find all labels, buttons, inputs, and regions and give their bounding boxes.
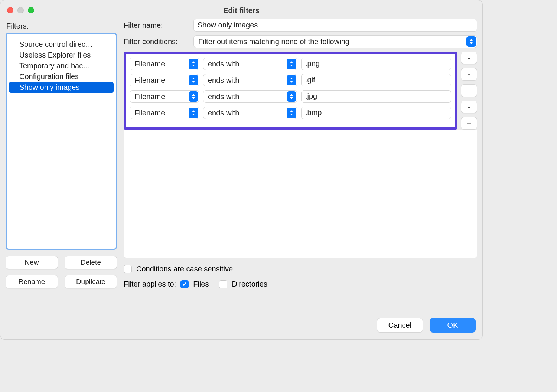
minimize-window-button[interactable]: [17, 7, 24, 13]
condition-operator-select[interactable]: ends with: [203, 90, 297, 103]
condition-field-select[interactable]: Filename: [130, 90, 199, 103]
conditions-container: Filename ends with .png Filename: [124, 52, 457, 130]
condition-operator-value: ends with: [208, 92, 240, 101]
remove-condition-button[interactable]: -: [461, 52, 477, 64]
add-condition-button[interactable]: +: [461, 117, 477, 130]
directories-label: Directories: [232, 280, 267, 288]
condition-value-input[interactable]: .jpg: [301, 90, 451, 103]
condition-value-input[interactable]: .bmp: [301, 107, 451, 119]
updown-icon: [287, 91, 296, 102]
updown-icon: [189, 108, 198, 118]
condition-row: Filename ends with .jpg: [130, 90, 451, 103]
condition-field-select[interactable]: Filename: [130, 74, 199, 86]
filters-listbox[interactable]: Source control direc… Useless Explorer f…: [6, 33, 117, 250]
updown-icon: [287, 75, 296, 85]
window-title: Edit filters: [6, 5, 476, 15]
updown-icon: [287, 108, 296, 118]
condition-value-input[interactable]: .png: [301, 58, 451, 70]
files-checkbox[interactable]: [180, 280, 189, 288]
case-sensitive-label: Conditions are case sensitive: [136, 265, 233, 273]
condition-row: Filename ends with .bmp: [130, 107, 451, 119]
filter-conditions-label: Filter conditions:: [124, 37, 190, 46]
directories-checkbox[interactable]: [219, 280, 227, 288]
condition-operator-select[interactable]: ends with: [203, 74, 297, 86]
updown-icon: [189, 91, 198, 102]
case-sensitive-checkbox[interactable]: [124, 265, 132, 273]
condition-operator-value: ends with: [208, 76, 240, 85]
filter-conditions-mode-value: Filter out items matching none of the fo…: [198, 37, 349, 46]
filters-label: Filters:: [6, 22, 117, 30]
rename-button[interactable]: Rename: [6, 275, 58, 288]
updown-icon: [189, 75, 198, 85]
ok-button[interactable]: OK: [430, 318, 476, 333]
conditions-empty-area: [124, 130, 477, 258]
filter-item[interactable]: Configuration files: [7, 71, 116, 82]
cancel-button[interactable]: Cancel: [377, 318, 423, 333]
condition-field-value: Filename: [134, 92, 165, 101]
updown-icon: [189, 59, 198, 69]
updown-icon: [466, 36, 476, 47]
filter-item[interactable]: Source control direc…: [7, 39, 116, 50]
condition-field-select[interactable]: Filename: [130, 58, 199, 70]
zoom-window-button[interactable]: [28, 7, 34, 13]
condition-field-value: Filename: [134, 109, 165, 117]
remove-condition-button[interactable]: -: [461, 68, 477, 81]
filter-item[interactable]: Temporary and bac…: [7, 61, 116, 71]
filter-conditions-mode-select[interactable]: Filter out items matching none of the fo…: [193, 35, 477, 48]
applies-to-label: Filter applies to:: [124, 280, 176, 288]
condition-field-select[interactable]: Filename: [130, 107, 199, 119]
duplicate-button[interactable]: Duplicate: [65, 275, 117, 288]
condition-row: Filename ends with .png: [130, 58, 451, 70]
updown-icon: [287, 59, 296, 69]
close-window-button[interactable]: [7, 7, 13, 13]
condition-operator-value: ends with: [208, 109, 240, 117]
filter-name-input[interactable]: Show only images: [193, 19, 477, 32]
delete-button[interactable]: Delete: [65, 256, 117, 269]
condition-field-value: Filename: [134, 60, 165, 68]
condition-operator-select[interactable]: ends with: [203, 58, 297, 70]
files-label: Files: [193, 280, 209, 288]
filter-item[interactable]: Useless Explorer files: [7, 50, 116, 61]
condition-operator-select[interactable]: ends with: [203, 107, 297, 119]
filter-name-label: Filter name:: [124, 21, 190, 30]
condition-field-value: Filename: [134, 76, 165, 85]
titlebar: Edit filters: [0, 0, 482, 19]
remove-condition-button[interactable]: -: [461, 84, 477, 97]
window-controls: [7, 7, 34, 13]
remove-condition-button[interactable]: -: [461, 101, 477, 113]
condition-value-input[interactable]: .gif: [301, 74, 451, 86]
filter-item-selected[interactable]: Show only images: [9, 82, 114, 93]
condition-operator-value: ends with: [208, 60, 240, 68]
condition-row: Filename ends with .gif: [130, 74, 451, 86]
new-button[interactable]: New: [6, 256, 58, 269]
